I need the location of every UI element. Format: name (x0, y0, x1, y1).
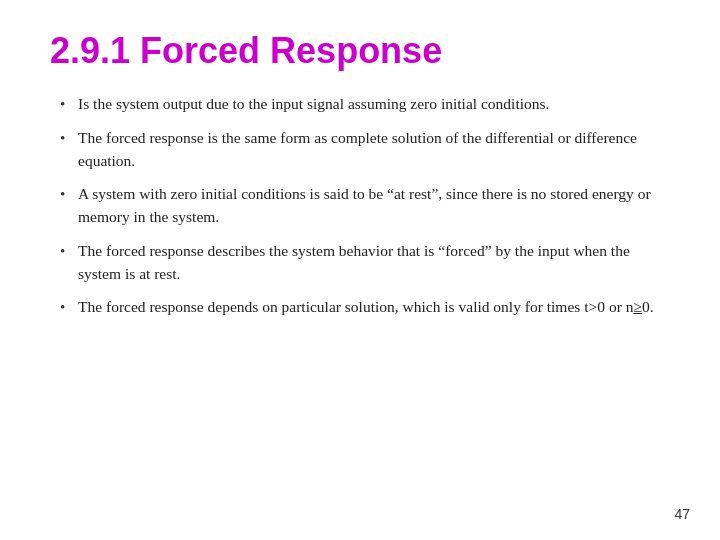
underline-n: ≥ (633, 298, 642, 315)
page-number: 47 (674, 506, 690, 522)
bullet-dot-1: • (60, 92, 78, 116)
bullet-text-2: The forced response is the same form as … (78, 126, 670, 173)
bullet-dot-5: • (60, 295, 78, 319)
bullet-text-1: Is the system output due to the input si… (78, 92, 670, 115)
bullet-dot-2: • (60, 126, 78, 150)
bullet-text-3: A system with zero initial conditions is… (78, 182, 670, 229)
bullet-item-1: • Is the system output due to the input … (60, 92, 670, 116)
bullet-item-5: • The forced response depends on particu… (60, 295, 670, 319)
bullet-text-4: The forced response describes the system… (78, 239, 670, 286)
slide-container: 2.9.1 Forced Response • Is the system ou… (0, 0, 720, 540)
content-area: • Is the system output due to the input … (50, 92, 670, 319)
slide-title: 2.9.1 Forced Response (50, 30, 670, 72)
bullet-item-2: • The forced response is the same form a… (60, 126, 670, 173)
bullet-item-4: • The forced response describes the syst… (60, 239, 670, 286)
bullet-dot-3: • (60, 182, 78, 206)
bullet-dot-4: • (60, 239, 78, 263)
bullet-text-5: The forced response depends on particula… (78, 295, 670, 318)
bullet-item-3: • A system with zero initial conditions … (60, 182, 670, 229)
